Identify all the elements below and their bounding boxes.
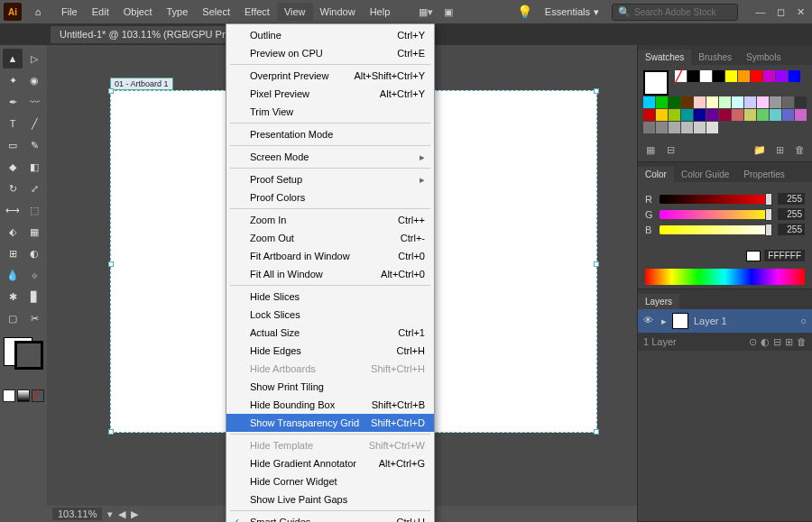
menu-item-smart-guides[interactable]: ✓Smart GuidesCtrl+U	[226, 513, 434, 522]
swatch[interactable]	[681, 122, 693, 133]
shaper-tool[interactable]: ◆	[3, 157, 23, 177]
swatch[interactable]	[795, 96, 807, 108]
swatch[interactable]	[706, 122, 718, 133]
swatch[interactable]	[789, 70, 800, 82]
swatch[interactable]	[656, 109, 668, 121]
symbol-sprayer-tool[interactable]: ✱	[3, 287, 23, 307]
slice-tool[interactable]: ✂	[24, 308, 44, 328]
handle[interactable]	[108, 261, 114, 267]
menu-item-outline[interactable]: OutlineCtrl+Y	[226, 26, 434, 44]
menu-item-preview-on-cpu[interactable]: Preview on CPUCtrl+E	[226, 44, 434, 62]
menu-item-show-transparency-grid[interactable]: Show Transparency GridShift+Ctrl+D	[226, 414, 434, 432]
home-icon[interactable]: ⌂	[27, 1, 49, 23]
tab-swatches[interactable]: Swatches	[638, 50, 691, 65]
none-mode-icon[interactable]: ╱	[32, 389, 44, 402]
rotate-tool[interactable]: ↻	[3, 179, 23, 198]
new-sublayer-icon[interactable]: ⊟	[773, 336, 781, 348]
swatch[interactable]	[751, 70, 762, 82]
gradient-mode-icon[interactable]	[17, 389, 30, 402]
swatch[interactable]	[669, 96, 680, 108]
layer-name[interactable]: Layer 1	[694, 316, 727, 326]
handle[interactable]	[108, 88, 114, 94]
g-value[interactable]: 255	[778, 208, 805, 220]
menu-item-lock-slices[interactable]: Lock Slices	[226, 306, 434, 324]
swatch[interactable]	[782, 109, 794, 121]
tab-color[interactable]: Color	[638, 167, 674, 182]
search-input[interactable]	[634, 7, 732, 17]
menu-item-fit-artboard-in-window[interactable]: Fit Artboard in WindowCtrl+0	[226, 247, 434, 265]
maximize-button[interactable]: ◻	[772, 4, 789, 20]
lightbulb-icon[interactable]: 💡	[517, 5, 532, 19]
menu-item-hide-gradient-annotator[interactable]: Hide Gradient AnnotatorAlt+Ctrl+G	[226, 454, 434, 472]
swatch[interactable]	[763, 70, 775, 82]
delete-swatch-icon[interactable]: 🗑	[792, 144, 807, 156]
color-spectrum[interactable]	[645, 269, 805, 285]
swatch[interactable]	[719, 109, 731, 121]
swatch[interactable]	[681, 109, 693, 121]
none-swatch[interactable]: ╱	[675, 70, 687, 82]
swatch-lib-icon[interactable]: ▦	[643, 144, 658, 156]
menu-item-proof-colors[interactable]: Proof Colors	[226, 188, 434, 206]
stroke-swatch[interactable]	[14, 341, 43, 370]
b-slider[interactable]	[660, 225, 772, 234]
menu-item-trim-view[interactable]: Trim View	[226, 103, 434, 121]
gpu-icon[interactable]: ▣	[444, 6, 453, 18]
artboard-label[interactable]: 01 - Artboard 1	[110, 78, 173, 90]
swatch[interactable]	[744, 96, 756, 108]
swatch[interactable]	[700, 70, 712, 82]
swatch[interactable]	[706, 109, 718, 121]
graph-tool[interactable]: ▊	[24, 287, 44, 307]
menu-item-hide-slices[interactable]: Hide Slices	[226, 288, 434, 306]
menu-help[interactable]: Help	[363, 3, 398, 21]
menu-object[interactable]: Object	[116, 3, 160, 21]
menu-edit[interactable]: Edit	[85, 3, 116, 21]
swatch[interactable]	[656, 96, 668, 108]
curvature-tool[interactable]: 〰	[24, 92, 44, 112]
blend-tool[interactable]: ⟐	[24, 265, 44, 285]
g-slider[interactable]	[660, 210, 772, 219]
eyedropper-tool[interactable]: 💧	[3, 265, 23, 285]
menu-effect[interactable]: Effect	[237, 3, 277, 21]
swatch[interactable]	[732, 109, 743, 121]
swatch[interactable]	[706, 96, 718, 108]
nav-next-icon[interactable]: ▶	[131, 508, 138, 520]
swatch[interactable]	[694, 96, 706, 108]
menu-item-hide-bounding-box[interactable]: Hide Bounding BoxShift+Ctrl+B	[226, 396, 434, 414]
swatch[interactable]	[795, 109, 807, 121]
swatch[interactable]	[713, 70, 724, 82]
layer-target-icon[interactable]: ○	[800, 316, 807, 326]
delete-layer-icon[interactable]: 🗑	[797, 336, 807, 347]
magic-wand-tool[interactable]: ✦	[3, 70, 23, 90]
eraser-tool[interactable]: ◧	[24, 157, 44, 177]
menu-item-show-print-tiling[interactable]: Show Print Tiling	[226, 378, 434, 396]
hex-value[interactable]: FFFFFF	[764, 250, 805, 261]
clip-mask-icon[interactable]: ◐	[761, 336, 770, 348]
b-value[interactable]: 255	[778, 224, 805, 235]
menu-item-screen-mode[interactable]: Screen Mode▸	[226, 148, 434, 166]
handle[interactable]	[594, 261, 599, 267]
swatch[interactable]	[694, 109, 706, 121]
menu-item-overprint-preview[interactable]: Overprint PreviewAlt+Shift+Ctrl+Y	[226, 67, 434, 85]
arrange-docs-icon[interactable]: ▦▾	[419, 6, 433, 18]
gradient-tool[interactable]: ◐	[24, 243, 44, 263]
visibility-icon[interactable]: 👁	[643, 315, 656, 327]
menu-item-show-live-paint-gaps[interactable]: Show Live Paint Gaps	[226, 490, 434, 508]
direct-selection-tool[interactable]: ▷	[24, 49, 44, 69]
swatch[interactable]	[669, 122, 680, 133]
handle[interactable]	[108, 429, 114, 435]
current-swatch[interactable]	[643, 70, 669, 96]
swatch[interactable]	[643, 109, 655, 121]
paintbrush-tool[interactable]: ✎	[24, 135, 44, 155]
selection-tool[interactable]: ▲	[3, 49, 23, 69]
swatch[interactable]	[656, 122, 668, 133]
menu-item-zoom-out[interactable]: Zoom OutCtrl+-	[226, 229, 434, 247]
menu-item-presentation-mode[interactable]: Presentation Mode	[226, 125, 434, 143]
line-tool[interactable]: ╱	[24, 114, 44, 133]
swatch[interactable]	[757, 109, 769, 121]
locate-icon[interactable]: ⊙	[749, 336, 757, 348]
workspace-switcher[interactable]: Essentials ▾	[540, 5, 604, 20]
swatch[interactable]	[643, 96, 655, 108]
layer-expand-icon[interactable]: ▸	[661, 316, 667, 327]
tab-symbols[interactable]: Symbols	[739, 50, 788, 65]
scale-tool[interactable]: ⤢	[24, 179, 44, 198]
